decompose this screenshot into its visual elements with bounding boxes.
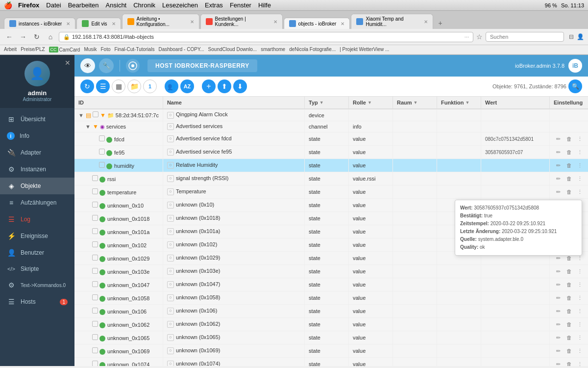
sidebar-item-info[interactable]: i Info: [0, 128, 74, 144]
table-row[interactable]: unknown_0x106○unknown (0x106)statevalue …: [74, 305, 588, 318]
menu-bearbeiten[interactable]: Bearbeiten: [68, 1, 99, 9]
menu-ansicht[interactable]: Ansicht: [106, 1, 127, 9]
table-row[interactable]: unknown_0x1074○unknown (0x1074)statevalu…: [74, 358, 588, 366]
more-button[interactable]: ⋮: [575, 360, 584, 366]
more-button[interactable]: ⋮: [575, 280, 584, 289]
tab-bestellungen[interactable]: Bestellungen | Kundenk... ✕: [200, 14, 283, 29]
delete-button[interactable]: 🗑: [564, 187, 573, 196]
apple-menu[interactable]: 🍎: [4, 1, 12, 9]
table-row[interactable]: ▼▼◉services○Advertised serviceschannelin…: [74, 121, 588, 132]
sidebar-item-ereignisse[interactable]: ⚡ Ereignisse: [0, 228, 74, 244]
filter-button[interactable]: 1: [143, 79, 157, 93]
sidebar-close-button[interactable]: ✕: [65, 59, 71, 67]
host-button[interactable]: HOST IOBROKER-RASPBERRY: [147, 59, 257, 72]
edit-button[interactable]: ✏: [554, 346, 563, 355]
edit-button[interactable]: ✏: [554, 148, 563, 157]
delete-button[interactable]: 🗑: [564, 267, 573, 276]
row-checkbox[interactable]: [92, 308, 98, 314]
edit-button[interactable]: ✏: [554, 187, 563, 196]
row-checkbox[interactable]: [92, 202, 98, 208]
bookmark-camcard[interactable]: CCCamCard: [49, 47, 80, 53]
tab-close-bestellungen[interactable]: ✕: [273, 19, 277, 25]
menu-hilfe[interactable]: Hilfe: [258, 1, 271, 9]
list-view-button[interactable]: ☰: [96, 79, 110, 93]
edit-button[interactable]: ✏: [554, 280, 563, 289]
menu-fenster[interactable]: Fenster: [230, 1, 251, 9]
back-button[interactable]: ←: [4, 31, 15, 42]
menu-extras[interactable]: Extras: [205, 1, 223, 9]
more-button[interactable]: ⋮: [575, 187, 584, 196]
more-button[interactable]: ⋮: [575, 320, 584, 329]
more-button[interactable]: ⋮: [575, 293, 584, 302]
row-checkbox[interactable]: [92, 268, 98, 274]
edit-button[interactable]: ✏: [554, 307, 563, 315]
more-button[interactable]: ⋮: [575, 134, 584, 143]
more-button[interactable]: ⋮: [575, 346, 584, 355]
bookmark-finalcut[interactable]: Final-Cut-Tutorials: [115, 47, 155, 53]
download-button[interactable]: ⬇: [233, 79, 247, 93]
expand-icon[interactable]: ▼: [85, 124, 91, 130]
nav-sidebar-toggle[interactable]: ⊟: [569, 33, 574, 40]
bookmark-arbeit[interactable]: Arbeit: [4, 47, 17, 53]
tab-editvis[interactable]: Edit vis ✕: [76, 18, 121, 29]
user-filter-button[interactable]: 👥: [165, 79, 178, 93]
edit-button[interactable]: ✏: [554, 134, 563, 143]
menu-datei[interactable]: Datei: [46, 1, 61, 9]
row-checkbox[interactable]: [92, 321, 98, 327]
url-bar[interactable]: 🔒 192.168.178.43:8081/#tab-objects ···: [59, 32, 473, 42]
delete-button[interactable]: 🗑: [564, 333, 573, 342]
sidebar-item-uebersicht[interactable]: ⊞ Übersicht: [0, 111, 74, 128]
table-row[interactable]: fe95○Advertised service fe95statevalue30…: [74, 146, 588, 159]
delete-button[interactable]: 🗑: [564, 346, 573, 355]
edit-button[interactable]: ✏: [554, 360, 563, 366]
room-filter-icon[interactable]: ▼: [414, 100, 418, 105]
new-tab-button[interactable]: +: [434, 17, 446, 29]
bookmark-wetterview[interactable]: | Projekt WetterView ...: [340, 47, 389, 53]
settings-button[interactable]: 🔧: [99, 58, 114, 73]
edit-button[interactable]: ✏: [554, 333, 563, 342]
sidebar-item-skripte[interactable]: </> Skripte: [0, 261, 74, 277]
row-checkbox[interactable]: [92, 347, 98, 353]
table-row[interactable]: unknown_0x1065○unknown (0x1065)statevalu…: [74, 331, 588, 344]
bookmark-dashboard[interactable]: Dashboard - COPY...: [158, 47, 204, 53]
table-row[interactable]: unknown_0x1058○unknown (0x1058)statevalu…: [74, 291, 588, 305]
sidebar-item-benutzer[interactable]: 👤 Benutzer: [0, 244, 74, 261]
menu-lesezeichen[interactable]: Lesezeichen: [162, 1, 198, 9]
bookmark-musik[interactable]: Musik: [84, 47, 97, 53]
sidebar-item-hosts[interactable]: ☰ Hosts 1: [0, 293, 74, 310]
bookmark-soundcloud[interactable]: SoundCloud Downlo...: [208, 47, 257, 53]
table-row[interactable]: unknown_0x1069○unknown (0x1069)statevalu…: [74, 344, 588, 358]
bookmark-smarthome[interactable]: smarthome: [261, 47, 285, 53]
tab-close-objects[interactable]: ✕: [341, 21, 344, 26]
delete-button[interactable]: 🗑: [564, 360, 573, 366]
delete-button[interactable]: 🗑: [564, 161, 573, 170]
more-button[interactable]: ⋮: [575, 161, 584, 170]
row-checkbox[interactable]: [92, 188, 98, 194]
delete-button[interactable]: 🗑: [564, 174, 573, 183]
bookmark-star[interactable]: ☆: [476, 33, 483, 41]
refresh-button[interactable]: ↻: [31, 31, 42, 42]
tab-close-editvis[interactable]: ✕: [112, 21, 116, 26]
more-button[interactable]: ⋮: [575, 174, 584, 183]
row-checkbox[interactable]: [92, 361, 98, 366]
sidebar-item-aufzaehlungen[interactable]: ≡ Aufzählungen: [0, 194, 74, 211]
row-checkbox[interactable]: [92, 334, 98, 340]
row-checkbox[interactable]: [92, 281, 98, 287]
func-filter-icon[interactable]: ▼: [465, 100, 469, 105]
row-checkbox[interactable]: [99, 149, 105, 155]
tab-close-instances[interactable]: ✕: [66, 21, 70, 26]
sidebar-item-objekte[interactable]: ◈ Objekte: [0, 178, 74, 194]
row-checkbox[interactable]: [92, 241, 98, 247]
delete-button[interactable]: 🗑: [564, 307, 573, 315]
tab-objects[interactable]: objects - ioBroker ✕: [284, 18, 350, 29]
row-checkbox[interactable]: [92, 215, 98, 221]
tab-close-xiaomi[interactable]: ✕: [424, 19, 428, 25]
row-checkbox[interactable]: [92, 175, 98, 181]
url-options[interactable]: ···: [465, 34, 469, 40]
view-toggle-button[interactable]: 👁: [80, 58, 95, 73]
delete-button[interactable]: 🗑: [564, 293, 573, 302]
type-filter-icon[interactable]: ▼: [319, 100, 324, 105]
table-row[interactable]: unknown_0x1047○unknown (0x1047)statevalu…: [74, 278, 588, 291]
delete-button[interactable]: 🗑: [564, 320, 573, 329]
sort-az-button[interactable]: AZ: [180, 79, 194, 93]
